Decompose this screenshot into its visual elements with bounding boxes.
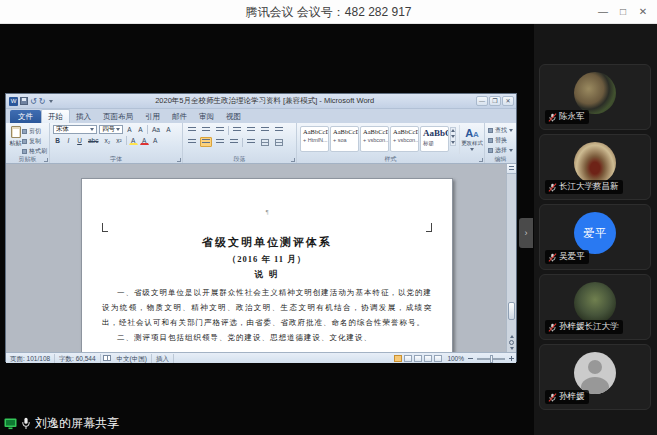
zoom-in-icon[interactable] <box>509 356 514 361</box>
document-page[interactable]: ¶ 省级文明单位测评体系 （2016 年 11 月） 说 明 一、省级文明单位是… <box>81 178 453 352</box>
tab-insert[interactable]: 插入 <box>70 110 97 123</box>
borders-button[interactable] <box>273 137 285 147</box>
change-case-button[interactable]: Aa <box>150 125 162 134</box>
tab-home[interactable]: 开始 <box>41 109 70 123</box>
clipboard-dialog-launcher-icon[interactable] <box>44 158 48 162</box>
undo-icon[interactable]: ↺ <box>30 97 37 106</box>
select-browse-object-icon[interactable] <box>509 340 514 345</box>
word-window-controls: — ❐ ✕ <box>476 96 514 106</box>
find-button[interactable]: 查找 <box>488 126 514 135</box>
fullscreen-view-button[interactable] <box>404 355 412 362</box>
shrink-font-button[interactable]: A <box>136 125 145 134</box>
line-spacing-button[interactable] <box>245 137 257 147</box>
decrease-indent-button[interactable] <box>231 125 243 135</box>
paste-button[interactable]: 粘贴 <box>9 125 22 154</box>
bullets-button[interactable] <box>186 125 198 135</box>
sort-button[interactable] <box>259 125 271 135</box>
participant-tile[interactable]: 爱平 吴爱平 <box>539 204 651 270</box>
maximize-button[interactable]: □ <box>613 2 633 22</box>
word-close-button[interactable]: ✕ <box>502 96 514 106</box>
tab-review[interactable]: 审阅 <box>193 110 220 123</box>
multilevel-list-button[interactable] <box>214 125 226 135</box>
word-minimize-button[interactable]: — <box>476 96 488 106</box>
format-painter-icon <box>22 149 27 154</box>
style-chip[interactable]: AaBbCcD: + vsbcon... <box>390 126 419 152</box>
web-layout-view-button[interactable] <box>414 355 422 362</box>
participant-name-tag: 吴爱平 <box>545 250 589 264</box>
previous-page-icon[interactable] <box>510 335 514 338</box>
grow-font-button[interactable]: A <box>125 125 134 134</box>
save-icon[interactable] <box>20 97 28 105</box>
participant-tile[interactable]: 长江大学蔡昌新 <box>539 134 651 200</box>
justify-button[interactable] <box>228 137 240 147</box>
shading-button[interactable] <box>259 137 271 147</box>
align-left-button[interactable] <box>186 137 198 147</box>
cut-button[interactable]: 剪切 <box>22 127 47 136</box>
tab-page-layout[interactable]: 页面布局 <box>97 110 139 123</box>
next-page-icon[interactable] <box>510 347 514 350</box>
subscript-button[interactable]: x₂ <box>102 136 112 145</box>
align-center-button[interactable] <box>200 137 212 147</box>
document-canvas[interactable]: ¶ 省级文明单位测评体系 （2016 年 11 月） 说 明 一、省级文明单位是… <box>6 164 516 352</box>
select-button[interactable]: 选择 <box>488 146 514 155</box>
participant-tile[interactable]: 陈永军 <box>539 64 651 130</box>
style-chip[interactable]: AaBbCcD: + HtmlN... <box>300 126 329 152</box>
scroll-down-icon <box>451 135 455 138</box>
zoom-slider-thumb[interactable] <box>490 355 493 363</box>
word-count[interactable]: 字数: 60,544 <box>55 354 101 363</box>
bold-button[interactable]: B <box>53 136 62 145</box>
strikethrough-button[interactable]: abc <box>86 136 100 145</box>
font-size-select[interactable]: 四号 <box>99 125 123 134</box>
zoom-slider[interactable] <box>477 358 505 360</box>
insert-mode-indicator[interactable]: 插入 <box>152 354 174 363</box>
document-subheading: 说 明 <box>102 269 432 281</box>
spellcheck-icon[interactable] <box>103 355 111 361</box>
font-color-button[interactable]: A <box>140 136 149 145</box>
font-dialog-launcher-icon[interactable] <box>177 158 181 162</box>
sidebar-collapse-button[interactable]: › <box>519 218 533 248</box>
screen-share-icon <box>4 418 17 430</box>
page-indicator[interactable]: 页面: 101/108 <box>6 354 55 363</box>
word-restore-button[interactable]: ❐ <box>489 96 501 106</box>
ruler-toggle-button[interactable] <box>507 164 516 174</box>
change-styles-button[interactable]: A A 更改样式 <box>459 125 484 154</box>
underline-button[interactable]: U <box>75 136 84 145</box>
tab-file[interactable]: 文件 <box>10 110 41 123</box>
print-layout-view-button[interactable] <box>394 355 402 362</box>
draft-view-button[interactable] <box>434 355 442 362</box>
styles-gallery-scroll[interactable] <box>450 127 456 146</box>
tab-mailings[interactable]: 邮件 <box>166 110 193 123</box>
font-name-select[interactable]: 宋体 <box>53 125 97 134</box>
clear-formatting-button[interactable]: A <box>164 125 173 134</box>
participant-tile[interactable]: 孙梓媛 <box>539 344 651 410</box>
show-marks-button[interactable] <box>273 125 285 135</box>
text-highlight-button[interactable]: A <box>129 136 138 145</box>
close-button[interactable]: ✕ <box>633 2 653 22</box>
outline-view-button[interactable] <box>424 355 432 362</box>
redo-icon[interactable]: ↻ <box>39 97 46 106</box>
italic-button[interactable]: I <box>64 136 73 145</box>
superscript-button[interactable]: x² <box>114 136 123 145</box>
line-spacing-icon <box>247 139 255 145</box>
vertical-scrollbar[interactable] <box>506 164 516 352</box>
style-chip[interactable]: AaBbCcD: + soa <box>330 126 359 152</box>
replace-button[interactable]: 替换 <box>488 136 514 145</box>
zoom-out-icon[interactable] <box>468 358 473 359</box>
style-chip[interactable]: AaBbC 标题 <box>420 126 449 152</box>
word-document-title: 2020年5月全校师生政治理论学习资料 [兼容模式] - Microsoft W… <box>53 96 476 106</box>
participant-tile[interactable]: 孙梓媛长江大学 <box>539 274 651 340</box>
style-chip[interactable]: AaBbCcD: + vsbcon... <box>360 126 389 152</box>
paragraph-dialog-launcher-icon[interactable] <box>291 158 295 162</box>
zoom-level[interactable]: 100% <box>447 355 464 362</box>
scrollbar-thumb[interactable] <box>508 302 515 320</box>
tab-references[interactable]: 引用 <box>139 110 166 123</box>
copy-button[interactable]: 复制 <box>22 137 47 146</box>
language-indicator[interactable]: 中文(中国) <box>113 354 152 363</box>
increase-indent-button[interactable] <box>245 125 257 135</box>
tab-view[interactable]: 视图 <box>220 110 247 123</box>
enclose-characters-button[interactable]: A <box>151 136 160 145</box>
numbering-button[interactable] <box>200 125 212 135</box>
minimize-button[interactable]: — <box>593 2 613 22</box>
styles-dialog-launcher-icon[interactable] <box>479 158 483 162</box>
align-right-button[interactable] <box>214 137 226 147</box>
